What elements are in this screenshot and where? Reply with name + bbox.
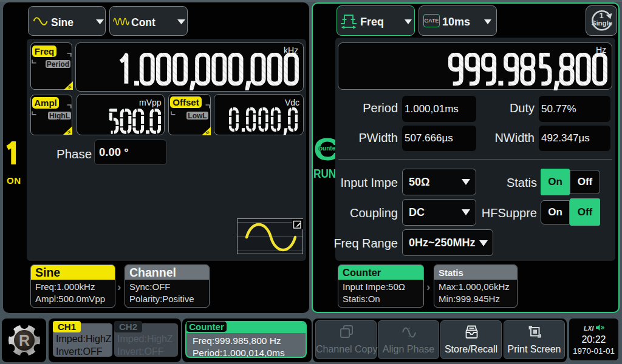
svg-text:Single: Single <box>592 19 613 27</box>
svg-text:R: R <box>19 332 30 349</box>
svg-text:1: 1 <box>599 11 603 20</box>
